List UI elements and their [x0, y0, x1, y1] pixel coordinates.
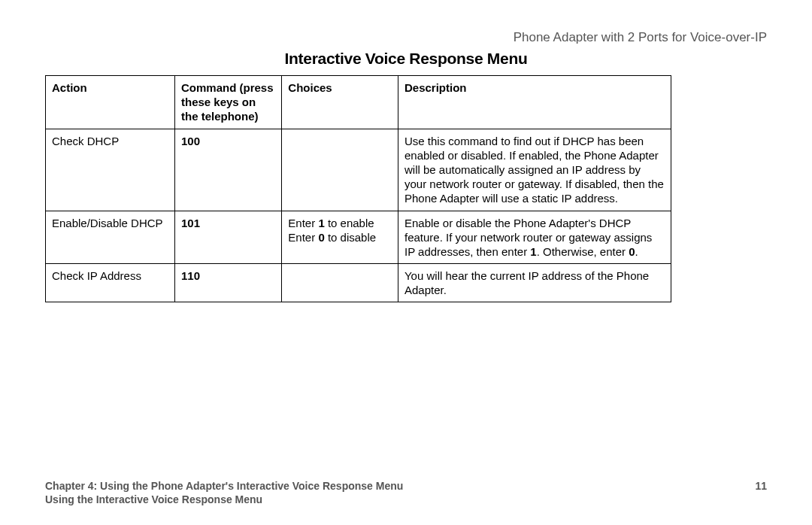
page-footer: Chapter 4: Using the Phone Adapter's Int… — [45, 480, 767, 505]
cell-choices: Enter 1 to enable Enter 0 to disable — [282, 211, 398, 264]
choices-bold: 1 — [318, 217, 324, 229]
th-command: Command (press these keys on the telepho… — [174, 76, 281, 129]
table-row: Check IP Address 110 You will hear the c… — [46, 264, 671, 302]
th-choices: Choices — [282, 76, 398, 129]
cell-action: Enable/Disable DHCP — [46, 211, 175, 264]
cell-choices — [282, 129, 398, 211]
page-title: Interactive Voice Response Menu — [45, 50, 767, 68]
table-row: Check DHCP 100 Use this command to find … — [46, 129, 671, 211]
choices-text: to disable — [325, 231, 376, 244]
cmd-value: 100 — [181, 135, 200, 147]
desc-bold: 0 — [629, 245, 635, 258]
table-header-row: Action Command (press these keys on the … — [46, 76, 671, 129]
ivr-table: Action Command (press these keys on the … — [45, 75, 671, 302]
desc-text: . Otherwise, enter — [537, 245, 629, 258]
cell-description: Use this command to find out if DHCP has… — [398, 129, 671, 211]
cell-action: Check DHCP — [46, 129, 175, 211]
cell-choices — [282, 264, 398, 302]
cell-description: You will hear the current IP address of … — [398, 264, 671, 302]
cmd-value: 101 — [181, 217, 200, 229]
cell-action: Check IP Address — [46, 264, 175, 302]
product-header: Phone Adapter with 2 Ports for Voice-ove… — [45, 30, 767, 45]
cell-command: 101 — [174, 211, 281, 264]
desc-text: . — [635, 245, 638, 258]
footer-chapter: Chapter 4: Using the Phone Adapter's Int… — [45, 480, 403, 492]
choices-bold: 0 — [318, 231, 324, 244]
choices-text: Enter — [288, 217, 318, 229]
th-action: Action — [46, 76, 175, 129]
desc-bold: 1 — [530, 245, 536, 258]
cmd-value: 110 — [181, 269, 200, 282]
th-description: Description — [398, 76, 671, 129]
footer-page-number: 11 — [755, 480, 767, 492]
table-row: Enable/Disable DHCP 101 Enter 1 to enabl… — [46, 211, 671, 264]
cell-command: 100 — [174, 129, 281, 211]
footer-section: Using the Interactive Voice Response Men… — [45, 493, 767, 505]
cell-description: Enable or disable the Phone Adapter's DH… — [398, 211, 671, 264]
cell-command: 110 — [174, 264, 281, 302]
